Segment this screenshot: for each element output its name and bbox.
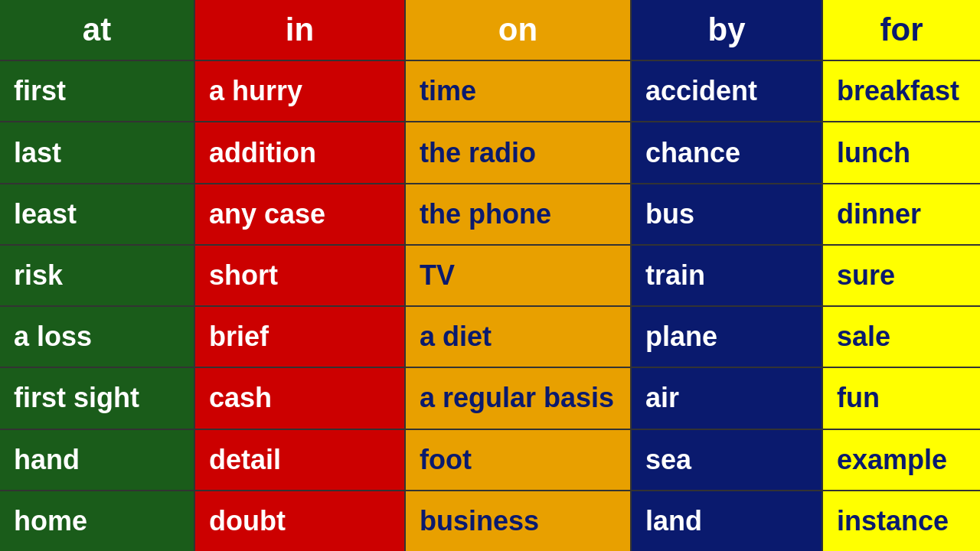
cell-for-0: breakfast (823, 61, 980, 121)
header-by: by (632, 0, 823, 60)
cell-at-0: first (0, 61, 195, 121)
cell-for-2: dinner (823, 184, 980, 244)
cell-for-3: sure (823, 246, 980, 305)
cell-at-6: hand (0, 430, 195, 490)
preposition-table: at in on by for firsta hurrytimeaccident… (0, 0, 980, 551)
cell-in-0: a hurry (195, 61, 406, 121)
cell-on-7: business (406, 491, 632, 551)
table-row: lastadditionthe radiochancelunch (0, 121, 980, 182)
cell-at-1: last (0, 122, 195, 182)
cell-on-1: the radio (406, 122, 632, 182)
cell-at-2: least (0, 184, 195, 244)
cell-in-4: brief (195, 307, 406, 367)
cell-by-4: plane (632, 307, 823, 367)
cell-by-2: bus (632, 184, 823, 244)
cell-in-3: short (195, 246, 406, 305)
table-row: riskshortTVtrainsure (0, 244, 980, 305)
cell-by-7: land (632, 491, 823, 551)
cell-for-5: fun (823, 368, 980, 428)
cell-on-2: the phone (406, 184, 632, 244)
cell-by-3: train (632, 246, 823, 305)
cell-on-6: foot (406, 430, 632, 490)
header-in: in (195, 0, 406, 60)
table-row: firsta hurrytimeaccidentbreakfast (0, 60, 980, 121)
cell-in-2: any case (195, 184, 406, 244)
table-row: homedoubtbusinesslandinstance (0, 490, 980, 551)
header-at: at (0, 0, 195, 60)
cell-by-1: chance (632, 122, 823, 182)
cell-at-3: risk (0, 246, 195, 305)
table-row: a lossbriefa dietplanesale (0, 305, 980, 367)
cell-in-1: addition (195, 122, 406, 182)
cell-on-0: time (406, 61, 632, 121)
table-row: handdetailfootseaexample (0, 429, 980, 490)
cell-in-6: detail (195, 430, 406, 490)
cell-for-4: sale (823, 307, 980, 367)
cell-at-7: home (0, 491, 195, 551)
cell-by-5: air (632, 368, 823, 428)
cell-at-4: a loss (0, 307, 195, 367)
cell-in-5: cash (195, 368, 406, 428)
cell-on-4: a diet (406, 307, 632, 367)
cell-at-5: first sight (0, 368, 195, 428)
header-row: at in on by for (0, 0, 980, 60)
cell-by-6: sea (632, 430, 823, 490)
cell-in-7: doubt (195, 491, 406, 551)
cell-on-3: TV (406, 246, 632, 305)
cell-by-0: accident (632, 61, 823, 121)
cell-for-1: lunch (823, 122, 980, 182)
header-on: on (406, 0, 632, 60)
cell-for-6: example (823, 430, 980, 490)
table-row: first sightcasha regular basisairfun (0, 367, 980, 428)
header-for: for (823, 0, 980, 60)
cell-for-7: instance (823, 491, 980, 551)
cell-on-5: a regular basis (406, 368, 632, 428)
table-row: leastany casethe phonebusdinner (0, 183, 980, 244)
